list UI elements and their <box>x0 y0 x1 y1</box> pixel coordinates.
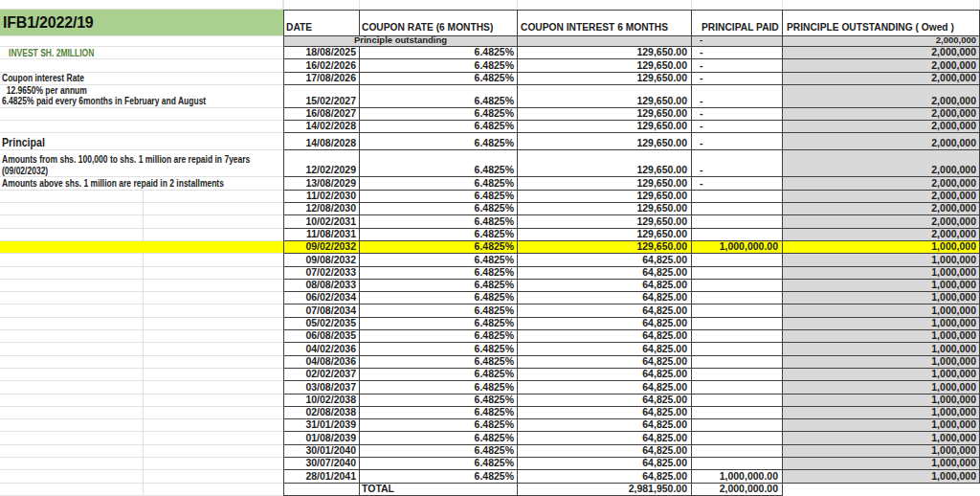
date-cell[interactable]: 10/02/2038 <box>284 395 360 407</box>
date-cell[interactable]: 11/08/2031 <box>284 229 360 241</box>
principal-paid-cell[interactable]: 1,000,000.00 <box>692 470 783 483</box>
date-cell[interactable] <box>284 484 360 496</box>
coupon-rate-cell[interactable]: 6.4825% <box>360 241 518 254</box>
coupon-rate-cell[interactable]: 6.4825% <box>360 458 518 470</box>
date-cell[interactable]: 11/02/2030 <box>284 191 360 203</box>
left-note-row[interactable] <box>0 369 283 381</box>
coupon-interest-cell[interactable]: 129,650.00 <box>518 133 692 150</box>
principal-outstanding-cell[interactable]: 2,000,000 <box>783 229 980 241</box>
coupon-rate-cell[interactable]: 6.4825% <box>360 47 518 59</box>
coupon-rate-cell[interactable]: 6.4825% <box>360 407 518 419</box>
coupon-rate-cell[interactable]: 6.4825% <box>360 59 518 72</box>
coupon-interest-cell[interactable]: 129,650.00 <box>518 108 692 121</box>
date-cell[interactable]: 06/02/2034 <box>284 292 360 304</box>
left-note-row[interactable]: Amounts above shs. 1 million are repaid … <box>0 177 283 190</box>
principal-paid-cell[interactable]: - <box>692 108 783 121</box>
coupon-interest-cell[interactable]: 129,650.00 <box>518 150 692 177</box>
left-note-row[interactable] <box>0 407 283 419</box>
principle-outstanding-label-cell[interactable]: Principle outstanding <box>284 36 518 47</box>
date-cell[interactable]: 14/02/2028 <box>284 121 360 133</box>
left-note-row[interactable] <box>0 203 283 215</box>
principal-paid-cell[interactable] <box>692 432 783 444</box>
principal-paid-cell[interactable] <box>692 458 783 470</box>
left-note-row[interactable] <box>0 395 283 407</box>
coupon-interest-cell[interactable]: 64,825.00 <box>518 381 692 394</box>
date-cell[interactable]: 05/02/2035 <box>284 318 360 330</box>
coupon-interest-cell[interactable]: 64,825.00 <box>518 304 692 317</box>
left-note-row[interactable] <box>0 458 283 470</box>
header-date[interactable]: DATE <box>284 11 360 36</box>
coupon-interest-cell[interactable]: 64,825.00 <box>518 445 692 458</box>
coupon-rate-cell[interactable]: 6.4825% <box>360 381 518 394</box>
coupon-interest-cell[interactable]: 129,650.00 <box>518 177 692 190</box>
date-cell[interactable]: 14/08/2028 <box>284 133 360 150</box>
coupon-rate-cell[interactable]: 6.4825% <box>360 150 518 177</box>
principal-paid-cell[interactable]: - <box>692 177 783 190</box>
principal-paid-cell[interactable] <box>692 381 783 394</box>
principal-outstanding-cell[interactable]: 1,000,000 <box>783 395 980 407</box>
principal-paid-cell[interactable]: - <box>692 133 783 150</box>
principal-outstanding-cell[interactable]: 1,000,000 <box>783 330 980 343</box>
principal-paid-cell[interactable] <box>692 280 783 292</box>
principal-outstanding-cell[interactable]: 1,000,000 <box>783 343 980 355</box>
header-coupon-rate[interactable]: COUPON RATE (6 MONTHS) <box>360 11 518 36</box>
coupon-rate-cell[interactable]: 6.4825% <box>360 191 518 203</box>
left-note-row[interactable] <box>0 470 283 483</box>
date-cell[interactable]: 07/08/2034 <box>284 304 360 317</box>
coupon-rate-cell[interactable]: 6.4825% <box>360 330 518 343</box>
principal-paid-cell[interactable]: - <box>692 85 783 108</box>
principal-paid-cell[interactable] <box>692 254 783 266</box>
date-cell[interactable]: 02/08/2038 <box>284 407 360 419</box>
principal-outstanding-cell[interactable]: 1,000,000 <box>783 381 980 394</box>
coupon-interest-cell[interactable]: 129,650.00 <box>518 203 692 215</box>
principal-paid-cell[interactable] <box>692 215 783 228</box>
coupon-rate-cell[interactable]: 6.4825% <box>360 254 518 266</box>
coupon-interest-cell[interactable]: 129,650.00 <box>518 191 692 203</box>
left-note-row[interactable]: Coupon interest Rate <box>0 73 283 85</box>
left-note-row[interactable] <box>0 241 283 254</box>
coupon-interest-cell[interactable]: 64,825.00 <box>518 292 692 304</box>
date-cell[interactable]: 04/02/2036 <box>284 343 360 355</box>
coupon-interest-cell[interactable]: 64,825.00 <box>518 356 692 369</box>
coupon-interest-cell[interactable]: 129,650.00 <box>518 215 692 228</box>
date-cell[interactable]: 01/08/2039 <box>284 432 360 444</box>
date-cell[interactable]: 15/02/2027 <box>284 85 360 108</box>
coupon-interest-cell[interactable]: 64,825.00 <box>518 343 692 355</box>
date-cell[interactable]: 04/08/2036 <box>284 356 360 369</box>
coupon-interest-cell[interactable]: 64,825.00 <box>518 369 692 381</box>
coupon-interest-cell[interactable]: 64,825.00 <box>518 254 692 266</box>
total-interest-cell[interactable]: 2,981,950.00 <box>518 484 692 496</box>
left-note-row[interactable]: INVEST SH. 2MILLION <box>0 47 283 59</box>
principal-paid-cell[interactable] <box>692 356 783 369</box>
principal-outstanding-cell[interactable]: 1,000,000 <box>783 356 980 369</box>
coupon-rate-cell[interactable]: 6.4825% <box>360 85 518 108</box>
principal-paid-cell[interactable] <box>692 292 783 304</box>
coupon-interest-cell[interactable]: 64,825.00 <box>518 407 692 419</box>
left-note-row[interactable] <box>0 356 283 369</box>
date-cell[interactable]: 10/02/2031 <box>284 215 360 228</box>
coupon-interest-cell[interactable]: 64,825.00 <box>518 280 692 292</box>
principal-paid-cell[interactable]: - <box>692 121 783 133</box>
date-cell[interactable]: 12/08/2030 <box>284 203 360 215</box>
left-note-row[interactable] <box>0 121 283 133</box>
left-blank-row[interactable] <box>0 36 283 47</box>
total-label-cell[interactable]: TOTAL <box>360 484 518 496</box>
principal-paid-cell[interactable] <box>692 330 783 343</box>
total-outstanding-cell[interactable] <box>783 484 980 496</box>
date-cell[interactable]: 09/08/2032 <box>284 254 360 266</box>
coupon-rate-cell[interactable]: 6.4825% <box>360 445 518 458</box>
principal-outstanding-cell[interactable]: 2,000,000 <box>783 36 980 47</box>
coupon-rate-cell[interactable]: 6.4825% <box>360 470 518 483</box>
principal-paid-cell[interactable] <box>692 318 783 330</box>
total-paid-cell[interactable]: 2,000,000.00 <box>692 484 783 496</box>
left-note-row[interactable] <box>0 484 283 496</box>
coupon-interest-cell[interactable]: 129,650.00 <box>518 121 692 133</box>
principal-outstanding-cell[interactable]: 1,000,000 <box>783 267 980 280</box>
coupon-interest-cell[interactable]: 129,650.00 <box>518 73 692 85</box>
principal-paid-cell[interactable] <box>692 343 783 355</box>
date-cell[interactable]: 02/02/2037 <box>284 369 360 381</box>
coupon-rate-cell[interactable]: 6.4825% <box>360 395 518 407</box>
principal-paid-cell[interactable] <box>692 203 783 215</box>
left-note-row[interactable] <box>0 254 283 266</box>
left-note-row[interactable] <box>0 280 283 292</box>
